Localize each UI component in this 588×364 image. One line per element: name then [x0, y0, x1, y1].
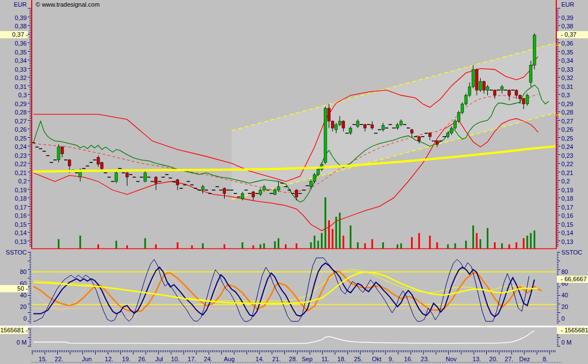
candle-body: [126, 173, 129, 177]
candle-body: [411, 130, 413, 133]
candle-close-dash: [490, 89, 493, 91]
volume-bar: [241, 242, 243, 248]
candle-close-dash: [266, 190, 269, 191]
volume-bar: [530, 233, 532, 248]
volume-bar: [253, 246, 254, 249]
date-axis-label: 25.: [354, 356, 362, 363]
price-tick-label-left: 0,23: [0, 152, 27, 159]
candle-close-dash: [443, 136, 446, 137]
candle-close-dash: [284, 186, 288, 187]
candle-body: [338, 121, 341, 124]
candle-close-dash: [86, 166, 89, 167]
date-axis-label: 28.: [289, 356, 297, 363]
price-tick-label-left: 0,14: [0, 230, 27, 237]
candle-close-dash: [237, 197, 240, 198]
price-tick-label-left: 0,3: [0, 92, 27, 99]
volume-bar: [472, 226, 474, 248]
candle-body: [522, 99, 525, 104]
volume-bar: [310, 242, 312, 248]
volume-bar: [436, 242, 438, 248]
candle-close-dash: [183, 185, 186, 186]
candle-body: [313, 174, 316, 181]
candle-body: [252, 192, 255, 197]
candle-close-dash: [132, 177, 136, 178]
candle-body: [371, 124, 374, 128]
price-tick-label-left: 0,2: [0, 178, 27, 185]
candle-body: [479, 82, 482, 91]
volume-bar: [494, 242, 496, 248]
candle-close-dash: [64, 159, 67, 161]
candle-close-dash: [432, 141, 435, 142]
sstoc-tick-label-left: 20: [0, 303, 27, 311]
price-tick-label-right: 0,23: [561, 152, 573, 159]
candle-close-dash: [389, 124, 392, 125]
candle-body: [526, 96, 528, 104]
candle-close-dash: [190, 185, 194, 186]
candle-body: [418, 137, 421, 141]
volume-bar: [382, 242, 384, 248]
candle-close-dash: [118, 168, 122, 169]
candle-body: [61, 147, 63, 154]
date-axis-label: 18.: [337, 356, 345, 363]
volume-bar: [328, 220, 330, 248]
date-axis-label: 24.: [204, 356, 212, 363]
candle-close-dash: [378, 129, 381, 131]
price-tick-label-right: 0,35: [561, 49, 573, 56]
volume-bar: [191, 246, 193, 249]
candle-body: [241, 193, 244, 198]
price-tick-label-left: 0,39: [0, 14, 27, 22]
date-axis-label: 26.: [138, 356, 146, 363]
candle-body: [483, 82, 486, 91]
volume-bar: [274, 241, 276, 248]
candle-body: [486, 87, 489, 90]
candle-close-dash: [180, 188, 183, 189]
price-tick-label-right: 0,28: [561, 109, 573, 116]
price-tick-label-right: 0,16: [561, 212, 573, 220]
price-tick-label-left: 0,25: [0, 135, 27, 142]
volume-bar: [317, 241, 319, 248]
candle-body: [155, 177, 157, 183]
candle-close-dash: [385, 128, 388, 129]
volume-bar: [155, 245, 157, 248]
candle-close-dash: [255, 193, 259, 194]
date-axis-label: 11.: [322, 356, 329, 363]
candle-close-dash: [75, 172, 78, 173]
date-axis-label: 17.: [187, 356, 196, 363]
copyright-text: © www.tradesignal.com: [36, 1, 100, 8]
volume-bar: [296, 243, 298, 248]
candle-body: [277, 187, 280, 190]
price-tick-label-right: 0,26: [561, 126, 573, 133]
volume-bar: [465, 241, 467, 248]
trend-channel-fill: [231, 42, 560, 200]
price-tick-label-right: 0,36: [561, 40, 573, 47]
candle-close-dash: [36, 147, 39, 148]
candle-close-dash: [374, 133, 378, 134]
volume-bar: [97, 245, 99, 248]
candle-body: [515, 90, 518, 95]
price-tick-label-right: 0,14: [561, 230, 573, 237]
candle-body: [97, 157, 100, 164]
price-tick-label-right: 0,19: [561, 187, 573, 194]
candle-close-dash: [165, 174, 169, 175]
price-tick-label-right: 0,22: [561, 161, 573, 168]
price-tick-label-left: 0,29: [0, 101, 27, 108]
price-tick-label-right: 0,27: [561, 118, 573, 125]
candle-close-dash: [248, 193, 251, 194]
volume-bar: [357, 242, 359, 248]
chart-canvas[interactable]: [0, 0, 588, 364]
volume-max-highlight-left: 1565681: [0, 327, 28, 334]
candle-body: [501, 87, 503, 90]
candle-close-dash: [270, 193, 273, 194]
date-axis-label: 16.: [404, 356, 412, 363]
volume-bar: [177, 242, 179, 248]
candle-body: [342, 121, 345, 128]
price-tick-label-left: 0,17: [0, 204, 27, 211]
tradesignal-chart-window: © www.tradesignal.com EUR EUR 0,390,390,…: [0, 0, 588, 364]
price-tick-label-right: 0,32: [561, 74, 573, 82]
candle-close-dash: [147, 177, 150, 178]
price-tick-label-right: 0,31: [561, 83, 573, 91]
volume-bar: [339, 213, 340, 248]
volume-bar: [523, 238, 525, 248]
volume-bar: [397, 245, 398, 248]
price-tick-label-right: 0,25: [561, 135, 573, 142]
